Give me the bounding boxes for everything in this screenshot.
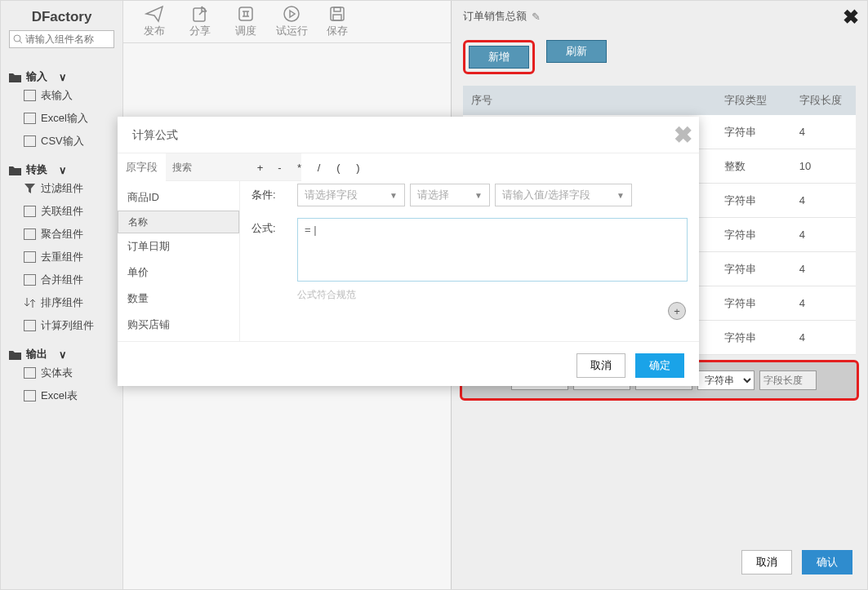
add-condition-button[interactable]: + bbox=[668, 302, 686, 320]
modal-ok-button[interactable]: 确定 bbox=[635, 353, 684, 378]
condition-field-select[interactable]: 请选择字段▼ bbox=[297, 184, 405, 206]
operator-button[interactable]: ( bbox=[330, 162, 349, 174]
field-item[interactable]: 名称 bbox=[118, 211, 239, 233]
modal-cancel-button[interactable]: 取消 bbox=[576, 353, 625, 378]
chevron-down-icon: ▼ bbox=[474, 191, 483, 200]
formula-textarea[interactable] bbox=[297, 218, 688, 282]
formula-hint: 公式符合规范 bbox=[297, 288, 688, 302]
chevron-down-icon: ▼ bbox=[617, 191, 625, 200]
operator-button[interactable]: * bbox=[291, 162, 310, 174]
chevron-down-icon: ▼ bbox=[389, 191, 398, 200]
formula-modal: 计算公式 ✖ 原字段 商品ID名称订单日期单价数量购买店铺 +-*/() 条件:… bbox=[118, 117, 699, 386]
condition-op-select[interactable]: 请选择▼ bbox=[410, 184, 490, 206]
field-item[interactable]: 购买店铺 bbox=[118, 312, 239, 338]
operator-button[interactable]: + bbox=[251, 162, 271, 174]
condition-value-select[interactable]: 请输入值/选择字段▼ bbox=[495, 184, 632, 206]
modal-close-button[interactable]: ✖ bbox=[674, 122, 692, 149]
field-item[interactable]: 订单日期 bbox=[118, 233, 239, 260]
operator-row: +-*/() bbox=[251, 162, 688, 174]
field-item[interactable]: 商品ID bbox=[118, 184, 239, 211]
operator-button[interactable]: / bbox=[310, 162, 330, 174]
modal-title: 计算公式 bbox=[118, 117, 699, 153]
operator-button[interactable]: - bbox=[271, 162, 291, 174]
field-item[interactable]: 数量 bbox=[118, 286, 239, 312]
field-item[interactable]: 单价 bbox=[118, 260, 239, 286]
tab-source-fields[interactable]: 原字段 bbox=[118, 153, 166, 181]
operator-button[interactable]: ) bbox=[349, 162, 369, 174]
